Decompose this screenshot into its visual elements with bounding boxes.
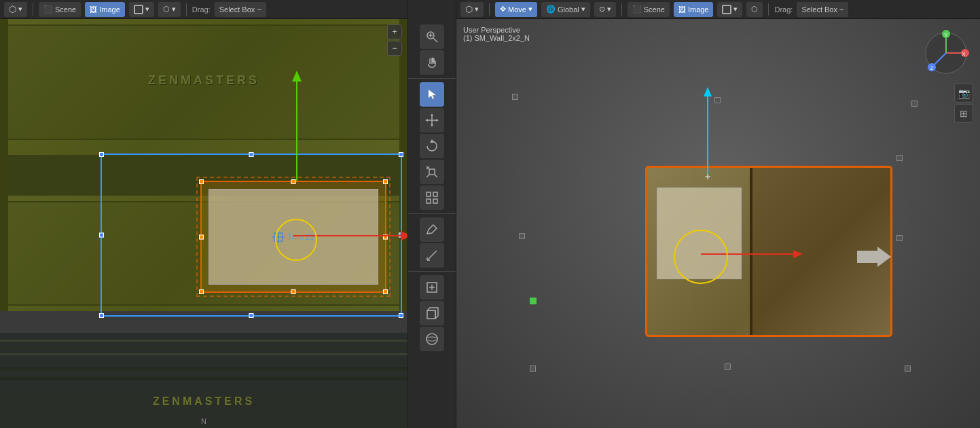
nav-gizmo[interactable]: X Y Z: [919, 26, 973, 80]
perspective-label: User Perspective: [463, 26, 530, 34]
uv-handle-ml: [99, 233, 104, 238]
svg-marker-36: [704, 87, 712, 96]
uv-green-arrow-shaft: [296, 73, 297, 181]
transform-tool-btn[interactable]: [420, 108, 444, 132]
svg-text:Z: Z: [930, 65, 934, 71]
svg-point-34: [427, 337, 437, 341]
select-box-btn-right[interactable]: Select Box ~: [797, 2, 848, 17]
grid-btn[interactable]: ⊞: [954, 104, 973, 123]
3d-viewport-panel[interactable]: User Perspective (1) SM_Wall_2x2_N: [456, 19, 980, 428]
snap-tool-btn[interactable]: [420, 185, 444, 210]
pipe2: [0, 346, 407, 348]
svg-point-33: [427, 334, 437, 344]
zoom-in-btn[interactable]: +: [387, 24, 402, 39]
editor-type-dropdown-right: ▾: [475, 5, 479, 14]
tool-palette: [407, 19, 456, 428]
shading-dropdown-left: ▾: [172, 5, 176, 14]
zenmasters-label-bottom: ZENMASTERS: [153, 395, 255, 408]
overlay-btn-right[interactable]: ▾: [717, 2, 742, 17]
uv-handle-tm: [249, 152, 254, 157]
drag-label-right: Drag:: [774, 5, 793, 14]
add-cube-btn[interactable]: [420, 275, 444, 300]
scene-label-left: Scene: [55, 5, 76, 14]
uv-yellow-circle: [275, 219, 317, 261]
select-box-btn-left[interactable]: Select Box ~: [215, 2, 266, 17]
overlay-icon-left: [134, 5, 143, 14]
snap-icon: [425, 191, 439, 204]
svg-line-4: [433, 38, 437, 42]
image-icon-right: 🖼: [678, 5, 686, 14]
wall-left-edge: [0, 19, 8, 311]
svg-marker-11: [425, 119, 428, 122]
cursor-tool-btn[interactable]: [420, 82, 444, 107]
zoom-out-btn[interactable]: −: [387, 41, 402, 56]
global-icon: 🌐: [546, 5, 556, 14]
image-label-right: Image: [688, 5, 709, 14]
main-layout: ZENMASTERS ZENMASTERS: [0, 19, 980, 428]
right-header-bar: ⬡ ▾ ✥ Move ▾ 🌐 Global ▾ ⊙ ▾ ⬛ Scene: [456, 0, 980, 19]
global-label: Global: [558, 5, 579, 14]
image-btn-right[interactable]: 🖼 Image: [674, 2, 714, 17]
proportional-btn[interactable]: ⊙ ▾: [594, 2, 616, 17]
transform-icon: [425, 113, 439, 127]
camera-btn[interactable]: 📷: [954, 84, 973, 103]
measure-tool-btn[interactable]: [420, 243, 444, 268]
overlay-icon-right: [722, 5, 731, 14]
global-dropdown: ▾: [581, 5, 585, 14]
uv-canvas[interactable]: ZENMASTERS ZENMASTERS: [0, 19, 407, 428]
tool-separator-3: [408, 271, 456, 272]
shading-icon-left: ⬡: [163, 5, 170, 14]
sphere-btn[interactable]: [420, 327, 444, 351]
uv-orange-handle-bm: [291, 289, 296, 294]
svg-rect-20: [433, 192, 437, 196]
uv-n-label: N: [201, 417, 206, 425]
crosshair-3d: +: [705, 172, 710, 181]
annotate-tool-btn[interactable]: [420, 217, 444, 242]
uv-orange-handle-tl: [199, 179, 204, 184]
overlay-btn-left[interactable]: ▾: [129, 2, 154, 17]
scene-label-right: Scene: [644, 5, 665, 14]
xray-icon: ⬡: [751, 5, 758, 14]
select-dot-2: [714, 97, 721, 103]
scene-icon-right: ⬛: [632, 5, 642, 14]
uv-green-arrowhead: [292, 71, 302, 82]
grab-tool-btn[interactable]: [420, 50, 444, 75]
svg-rect-14: [429, 169, 435, 175]
measure-icon: [425, 249, 439, 262]
uv-editor-panel[interactable]: ZENMASTERS ZENMASTERS: [0, 19, 407, 428]
svg-marker-12: [436, 119, 439, 122]
rotate-tool-btn[interactable]: [420, 134, 444, 158]
rotate-icon: [425, 139, 439, 153]
svg-marker-9: [431, 113, 433, 116]
tool-separator-1: [408, 78, 456, 79]
pipe5: [0, 377, 407, 380]
sep5: [768, 3, 769, 16]
zoom-tool-btn[interactable]: [420, 24, 444, 49]
svg-line-24: [427, 251, 437, 260]
viewport-canvas[interactable]: User Perspective (1) SM_Wall_2x2_N: [456, 19, 980, 428]
zoom-icon: [425, 30, 439, 43]
editor-type-btn[interactable]: ⬡ ▾: [4, 2, 27, 17]
select-dot-7: [725, 363, 731, 370]
image-btn-left[interactable]: 🖼 Image: [85, 2, 125, 17]
viewport-shading-left[interactable]: ⬡ ▾: [158, 2, 181, 17]
global-btn[interactable]: 🌐 Global ▾: [541, 2, 590, 17]
uv-handle-tr: [399, 152, 403, 157]
select-box-label-right: Select Box ~: [801, 5, 843, 14]
proportional-icon: ⊙: [599, 5, 605, 14]
move-mode-btn[interactable]: ✥ Move ▾: [495, 2, 537, 17]
view-btns: 📷 ⊞: [954, 84, 973, 123]
uv-red-arrowhead: [401, 231, 407, 240]
scale-tool-btn[interactable]: [420, 160, 444, 184]
uv-orange-handle-ml: [199, 234, 204, 239]
editor-type-btn-right[interactable]: ⬡ ▾: [460, 2, 484, 17]
cube-btn[interactable]: [420, 301, 444, 325]
scene-btn-right[interactable]: ⬛ Scene: [628, 2, 670, 17]
xray-btn[interactable]: ⬡: [746, 2, 763, 17]
uv-orange-handle-br: [383, 289, 388, 294]
scene-btn-left[interactable]: ⬛ Scene: [39, 2, 81, 17]
scene-icon-left: ⬛: [43, 5, 53, 14]
pipe3: [0, 353, 407, 355]
hand-icon: [425, 56, 439, 69]
center-header: [407, 0, 456, 19]
